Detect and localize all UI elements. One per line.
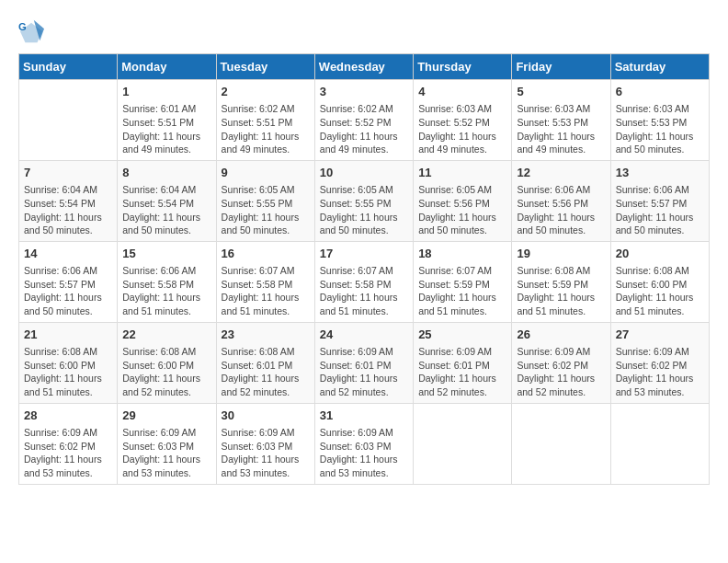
header-wednesday: Wednesday [314,54,413,80]
day-info: Sunrise: 6:09 AM [222,426,310,440]
day-info: Sunrise: 6:09 AM [122,426,210,440]
calendar-cell: 15Sunrise: 6:06 AMSunset: 5:58 PMDayligh… [118,241,216,322]
calendar-cell: 13Sunrise: 6:06 AMSunset: 5:57 PMDayligh… [610,160,709,241]
calendar-cell: 1Sunrise: 6:01 AMSunset: 5:51 PMDaylight… [118,80,216,161]
day-info: Sunset: 5:59 PM [517,278,605,292]
day-info: and 50 minutes. [418,224,506,237]
calendar-cell: 3Sunrise: 6:02 AMSunset: 5:52 PMDaylight… [314,80,413,161]
day-number: 6 [616,84,704,100]
day-info: Sunset: 5:55 PM [222,197,310,211]
day-info: Daylight: 11 hours [122,211,210,224]
day-number: 11 [418,165,506,181]
calendar-cell: 16Sunrise: 6:07 AMSunset: 5:58 PMDayligh… [216,241,314,322]
calendar-cell: 23Sunrise: 6:08 AMSunset: 6:01 PMDayligh… [216,322,314,403]
day-info: and 50 minutes. [616,224,704,237]
day-number: 9 [222,165,310,181]
day-number: 2 [222,84,310,100]
day-info: Sunrise: 6:03 AM [517,102,605,116]
day-info: Daylight: 11 hours [24,372,112,385]
day-info: Sunrise: 6:04 AM [24,183,112,197]
day-info: Sunset: 5:54 PM [122,197,210,211]
day-number: 23 [222,327,310,343]
logo-icon: G [18,18,44,44]
day-info: Sunset: 6:03 PM [222,440,310,454]
day-number: 20 [616,246,704,262]
day-info: Sunrise: 6:06 AM [517,183,605,197]
day-info: Daylight: 11 hours [122,291,210,304]
calendar-cell: 7Sunrise: 6:04 AMSunset: 5:54 PMDaylight… [19,160,118,241]
calendar-cell [512,403,610,484]
day-info: Daylight: 11 hours [418,372,506,385]
day-info: Daylight: 11 hours [122,130,210,144]
day-info: Daylight: 11 hours [222,130,310,144]
header-sunday: Sunday [19,54,118,80]
day-info: Sunrise: 6:09 AM [418,345,506,359]
day-info: and 52 minutes. [418,385,506,399]
day-info: Sunset: 5:58 PM [222,278,310,292]
day-info: Daylight: 11 hours [24,211,112,224]
day-info: and 51 minutes. [320,304,408,318]
day-number: 7 [24,165,112,181]
day-info: Sunrise: 6:09 AM [320,426,408,440]
day-info: Daylight: 11 hours [122,372,210,385]
header-monday: Monday [118,54,216,80]
day-info: and 53 minutes. [122,466,210,480]
day-info: Daylight: 11 hours [320,130,408,144]
day-info: Sunset: 6:00 PM [616,278,704,292]
day-info: and 49 minutes. [517,143,605,156]
day-info: Sunset: 6:00 PM [24,359,112,373]
day-info: Sunset: 5:51 PM [222,116,310,130]
day-info: and 51 minutes. [122,304,210,318]
day-info: Sunset: 5:55 PM [320,197,408,211]
day-info: Sunrise: 6:02 AM [320,102,408,116]
day-number: 19 [517,246,605,262]
calendar-cell: 19Sunrise: 6:08 AMSunset: 5:59 PMDayligh… [512,241,610,322]
week-row-3: 14Sunrise: 6:06 AMSunset: 5:57 PMDayligh… [19,241,710,322]
day-info: and 49 minutes. [222,143,310,156]
calendar-cell: 11Sunrise: 6:05 AMSunset: 5:56 PMDayligh… [414,160,512,241]
day-info: and 52 minutes. [320,385,408,399]
day-info: Daylight: 11 hours [616,291,704,304]
day-info: Sunset: 5:56 PM [517,197,605,211]
day-info: and 51 minutes. [24,385,112,399]
day-info: Sunset: 5:53 PM [517,116,605,130]
calendar-cell: 4Sunrise: 6:03 AMSunset: 5:52 PMDaylight… [414,80,512,161]
day-info: Sunset: 5:58 PM [122,278,210,292]
day-info: Sunrise: 6:06 AM [24,264,112,278]
day-number: 1 [122,84,210,100]
calendar-cell: 17Sunrise: 6:07 AMSunset: 5:58 PMDayligh… [314,241,413,322]
calendar-cell: 6Sunrise: 6:03 AMSunset: 5:53 PMDaylight… [610,80,709,161]
day-info: Daylight: 11 hours [320,291,408,304]
day-number: 10 [320,165,408,181]
calendar-cell: 18Sunrise: 6:07 AMSunset: 5:59 PMDayligh… [414,241,512,322]
day-info: Sunrise: 6:04 AM [122,183,210,197]
calendar-table: SundayMondayTuesdayWednesdayThursdayFrid… [18,53,710,485]
day-info: Sunset: 5:59 PM [418,278,506,292]
day-info: Daylight: 11 hours [320,211,408,224]
calendar-cell [19,80,118,161]
day-info: Sunset: 6:00 PM [122,359,210,373]
calendar-cell: 30Sunrise: 6:09 AMSunset: 6:03 PMDayligh… [216,403,314,484]
day-info: and 52 minutes. [517,385,605,399]
day-number: 4 [418,84,506,100]
day-number: 8 [122,165,210,181]
calendar-cell: 9Sunrise: 6:05 AMSunset: 5:55 PMDaylight… [216,160,314,241]
day-info: and 50 minutes. [24,304,112,318]
calendar-cell: 26Sunrise: 6:09 AMSunset: 6:02 PMDayligh… [512,322,610,403]
day-info: Sunrise: 6:05 AM [222,183,310,197]
day-info: Daylight: 11 hours [222,453,310,466]
week-row-4: 21Sunrise: 6:08 AMSunset: 6:00 PMDayligh… [19,322,710,403]
calendar-cell: 22Sunrise: 6:08 AMSunset: 6:00 PMDayligh… [118,322,216,403]
day-info: Daylight: 11 hours [222,211,310,224]
day-info: Daylight: 11 hours [616,211,704,224]
day-info: and 52 minutes. [122,385,210,399]
day-number: 17 [320,246,408,262]
day-number: 16 [222,246,310,262]
calendar-cell: 2Sunrise: 6:02 AMSunset: 5:51 PMDaylight… [216,80,314,161]
header-row: SundayMondayTuesdayWednesdayThursdayFrid… [19,54,710,80]
calendar-cell: 14Sunrise: 6:06 AMSunset: 5:57 PMDayligh… [19,241,118,322]
day-info: Sunrise: 6:09 AM [616,345,704,359]
day-info: and 51 minutes. [222,304,310,318]
day-info: and 53 minutes. [222,466,310,480]
day-info: and 50 minutes. [517,224,605,237]
